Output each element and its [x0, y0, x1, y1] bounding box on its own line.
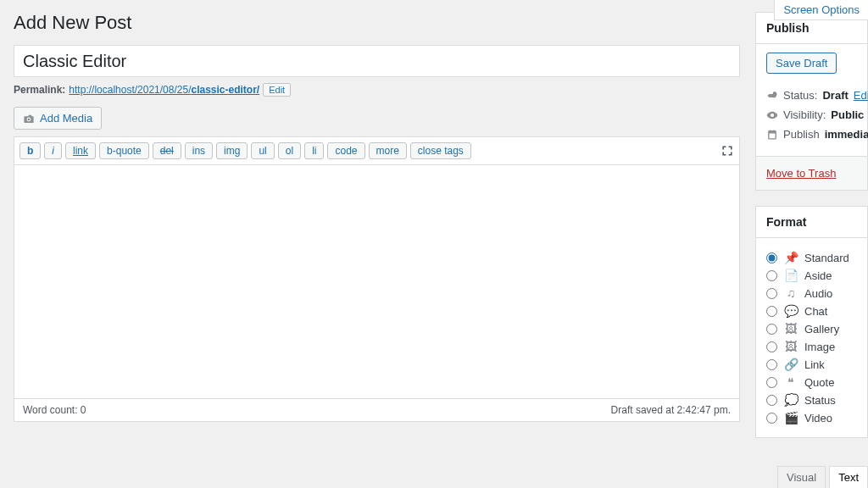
format-label: Chat — [804, 305, 827, 318]
status-value: Draft — [822, 89, 848, 102]
quote-icon: ❝ — [784, 375, 798, 389]
format-label: Quote — [804, 376, 834, 389]
permalink-row: Permalink: http://localhost/2021/08/25/c… — [14, 83, 740, 97]
add-media-button[interactable]: Add Media — [14, 107, 102, 130]
format-aside-radio[interactable] — [766, 270, 777, 281]
qt-code[interactable]: code — [327, 142, 364, 159]
visibility-label: Visibility: — [783, 108, 826, 121]
format-image[interactable]: 🖼 Image — [766, 340, 857, 353]
qt-ins[interactable]: ins — [185, 142, 213, 159]
qt-ol[interactable]: ol — [278, 142, 301, 159]
format-gallery-radio[interactable] — [766, 324, 777, 335]
tab-visual[interactable]: Visual — [777, 466, 826, 488]
format-aside[interactable]: 📄 Aside — [766, 269, 857, 282]
format-audio-radio[interactable] — [766, 288, 777, 299]
pin-icon: 📌 — [784, 251, 798, 264]
word-count: Word count: 0 — [23, 404, 86, 416]
qt-more[interactable]: more — [369, 142, 407, 159]
post-content-textarea[interactable] — [14, 165, 739, 396]
tab-text[interactable]: Text — [829, 466, 868, 488]
editor-wrap: b i link b-quote del ins img ul ol li co… — [14, 136, 740, 422]
format-video-radio[interactable] — [766, 413, 777, 424]
visibility-value: Public — [831, 108, 864, 121]
status-icon: 💭 — [784, 393, 798, 407]
qt-close-tags[interactable]: close tags — [410, 142, 471, 159]
qt-li[interactable]: li — [304, 142, 324, 159]
format-label: Standard — [804, 252, 849, 264]
permalink-link[interactable]: http://localhost/2021/08/25/classic-edit… — [69, 84, 259, 96]
qt-ul[interactable]: ul — [251, 142, 274, 159]
status-edit-link[interactable]: Edit — [854, 89, 868, 102]
publish-box: Publish Save Draft Status: Draft Edit Vi… — [755, 12, 868, 191]
qt-img[interactable]: img — [216, 142, 248, 159]
format-label: Image — [804, 341, 835, 353]
format-label: Gallery — [804, 323, 839, 336]
document-icon: 📄 — [784, 269, 798, 282]
camera-icon — [23, 113, 35, 125]
qt-italic[interactable]: i — [44, 142, 62, 159]
status-label: Status: — [783, 89, 817, 102]
format-chat-radio[interactable] — [766, 306, 777, 317]
format-quote-radio[interactable] — [766, 377, 777, 388]
quicktags-toolbar: b i link b-quote del ins img ul ol li co… — [14, 137, 739, 165]
fullscreen-icon[interactable] — [721, 144, 734, 158]
gallery-icon: 🖼 — [784, 322, 798, 336]
format-status[interactable]: 💭 Status — [766, 393, 857, 407]
qt-link[interactable]: link — [65, 142, 96, 159]
format-title: Format — [756, 207, 867, 238]
link-icon: 🔗 — [784, 358, 798, 371]
permalink-slug: classic-editor/ — [191, 84, 259, 96]
format-label: Link — [804, 358, 825, 371]
permalink-label: Permalink: — [14, 84, 65, 96]
screen-options-tab[interactable]: Screen Options — [774, 0, 868, 20]
format-label: Aside — [804, 269, 832, 282]
qt-blockquote[interactable]: b-quote — [99, 142, 149, 159]
permalink-base: http://localhost/2021/08/25/ — [69, 84, 191, 96]
format-image-radio[interactable] — [766, 341, 777, 352]
svg-point-0 — [28, 118, 31, 120]
publish-date-label: Publish — [783, 128, 820, 141]
permalink-edit-button[interactable]: Edit — [263, 83, 291, 97]
format-link-radio[interactable] — [766, 359, 777, 370]
format-label: Status — [804, 394, 836, 407]
format-quote[interactable]: ❝ Quote — [766, 375, 857, 389]
page-title: Add New Post — [14, 12, 740, 34]
format-gallery[interactable]: 🖼 Gallery — [766, 322, 857, 336]
post-title-input[interactable] — [14, 45, 740, 77]
visibility-icon — [766, 109, 778, 121]
qt-bold[interactable]: b — [19, 142, 41, 159]
format-audio[interactable]: ♫ Audio — [766, 286, 857, 300]
calendar-icon — [766, 129, 778, 141]
format-status-radio[interactable] — [766, 395, 777, 406]
draft-saved-status: Draft saved at 2:42:47 pm. — [611, 404, 731, 416]
qt-del[interactable]: del — [153, 142, 181, 159]
image-icon: 🖼 — [784, 340, 798, 353]
format-chat[interactable]: 💬 Chat — [766, 304, 857, 318]
format-label: Video — [804, 412, 832, 424]
format-link[interactable]: 🔗 Link — [766, 358, 857, 371]
save-draft-button[interactable]: Save Draft — [766, 53, 837, 74]
format-standard[interactable]: 📌 Standard — [766, 251, 857, 264]
format-label: Audio — [804, 287, 832, 300]
format-box: Format 📌 Standard 📄 Aside ♫ Audio — [755, 206, 868, 438]
move-to-trash-link[interactable]: Move to Trash — [766, 167, 836, 180]
music-icon: ♫ — [784, 286, 798, 300]
publish-date-value: immediately — [825, 128, 868, 141]
video-icon: 🎬 — [784, 411, 798, 424]
format-standard-radio[interactable] — [766, 252, 777, 263]
key-icon — [766, 90, 778, 102]
chat-icon: 💬 — [784, 304, 798, 318]
format-video[interactable]: 🎬 Video — [766, 411, 857, 424]
add-media-label: Add Media — [40, 112, 92, 125]
